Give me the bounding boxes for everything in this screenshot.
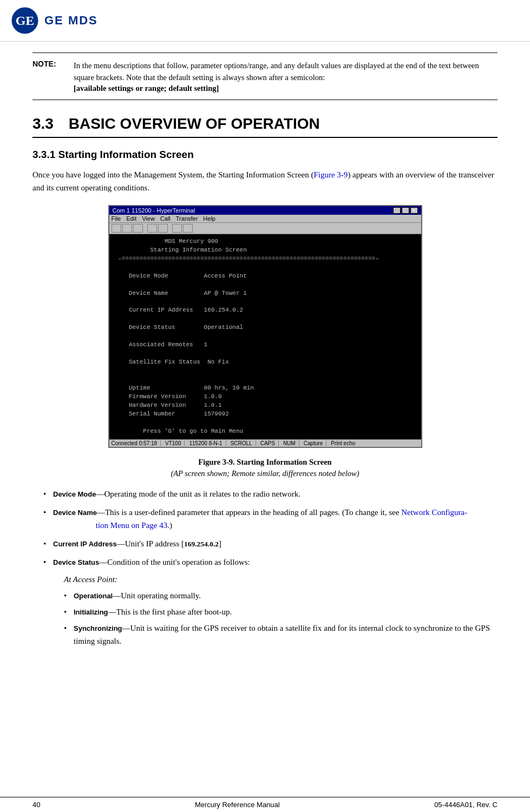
close-button[interactable]: ✕ — [410, 207, 418, 214]
status-num: NUM — [283, 440, 299, 446]
terminal-statusbar: Connected 0:57:18 VT100 115200 8-N-1 SCR… — [109, 439, 421, 447]
screen-line-5: Device Mode Access Point — [115, 272, 416, 281]
toolbar-receive-icon[interactable] — [183, 224, 193, 233]
text-ip-address: —Unit's IP address [ — [117, 539, 184, 548]
term-ip-address: Current IP Address — [53, 540, 117, 548]
section-number: 3.3 — [32, 115, 54, 132]
menu-file[interactable]: File — [112, 215, 121, 222]
note-bracket: [available settings or range; default se… — [74, 84, 219, 93]
toolbar-send-icon[interactable] — [172, 224, 182, 233]
logo-container: GE GE MDS — [11, 6, 98, 35]
sub-bullet-list: Operational—Unit operating normally. Ini… — [64, 589, 498, 648]
screen-line-10 — [115, 315, 416, 324]
text-device-status: —Condition of the unit's operation as fo… — [99, 558, 250, 566]
text-device-name-end: .) — [167, 521, 172, 530]
terminal-title: Com 1 115200 - HyperTerminal — [113, 207, 195, 214]
terminal-toolbar — [109, 223, 421, 234]
screen-line-1: MDS Mercury 900 — [115, 237, 416, 246]
subsection-title: Starting Information Screen — [58, 149, 194, 160]
screen-line-4 — [115, 263, 416, 272]
bullet-list: Device Mode—Operating mode of the unit a… — [43, 487, 498, 648]
toolbar-save-icon[interactable] — [133, 224, 143, 233]
note-content: In the menu descriptions that follow, pa… — [74, 60, 498, 93]
sub-list-item-initializing: Initializing—This is the first phase aft… — [64, 605, 498, 618]
at-access-point-label: At Access Point: — [64, 573, 498, 586]
term-initializing: Initializing — [74, 608, 108, 616]
screen-line-13: Associated Remotes 1 — [115, 341, 416, 349]
sub-list-item-operational: Operational—Unit operating normally. — [64, 589, 498, 602]
footer-doc-title: Mercury Reference Manual — [195, 801, 280, 809]
subsection-heading: 3.3.1 Starting Information Screen — [32, 149, 498, 161]
body-paragraph: Once you have logged into the Management… — [32, 168, 498, 194]
status-vt100: VT100 — [165, 440, 185, 446]
figure-subtitle: (AP screen shown; Remote similar, differ… — [32, 468, 498, 480]
toolbar-new-icon[interactable] — [112, 224, 121, 233]
text-device-name: —This is a user-defined parameter that a… — [97, 508, 401, 517]
screen-line-15: Satellite Fix Status No Fix — [115, 358, 416, 367]
screen-line-9: Current IP Address 169.254.0.2 — [115, 306, 416, 315]
toolbar-disconnect-icon[interactable] — [158, 224, 168, 233]
footer-page-number: 40 — [32, 801, 40, 809]
screen-line-16 — [115, 367, 416, 375]
screen-line-3: –=======================================… — [115, 255, 416, 263]
term-device-mode: Device Mode — [53, 490, 96, 498]
screen-line-17 — [115, 375, 416, 384]
menu-transfer[interactable]: Transfer — [176, 215, 198, 222]
status-caps: CAPS — [260, 440, 279, 446]
ip-address-value: 169.254.0.2 — [184, 540, 219, 548]
main-content: NOTE: In the menu descriptions that foll… — [0, 42, 530, 675]
menu-help[interactable]: Help — [203, 215, 215, 222]
screen-line-20: Hardware Version 1.0.1 — [115, 401, 416, 410]
status-capture: Capture — [304, 440, 327, 446]
toolbar-dial-icon[interactable] — [147, 224, 157, 233]
list-item-device-status: Device Status—Condition of the unit's op… — [43, 556, 498, 648]
term-device-name: Device Name — [53, 509, 97, 517]
menu-edit[interactable]: Edit — [126, 215, 136, 222]
text-device-mode: —Operating mode of the unit as it relate… — [96, 490, 300, 498]
screen-line-6 — [115, 281, 416, 289]
menu-call[interactable]: Call — [160, 215, 171, 222]
screen-line-23: Press 'G' to go to Main Menu — [115, 427, 416, 436]
section-heading: 3.3 BASIC OVERVIEW OF OPERATION — [32, 115, 498, 138]
figure-link[interactable]: Figure 3-9 — [313, 170, 348, 179]
terminal-titlebar: Com 1 115200 - HyperTerminal _ □ ✕ — [109, 206, 421, 215]
screen-line-21: Serial Number 1579092 — [115, 410, 416, 419]
term-device-status: Device Status — [53, 558, 99, 566]
section-title: BASIC OVERVIEW OF OPERATION — [69, 115, 320, 132]
status-scroll: SCROLL — [231, 440, 256, 446]
ge-logo-icon: GE — [11, 6, 39, 35]
svg-text:GE: GE — [16, 14, 35, 28]
status-connected: Connected 0:57:18 — [112, 440, 161, 446]
toolbar-open-icon[interactable] — [122, 224, 132, 233]
list-item-device-name: Device Name—This is a user-defined param… — [43, 506, 498, 532]
titlebar-buttons: _ □ ✕ — [393, 207, 418, 214]
screen-line-19: Firmware Version 1.0.0 — [115, 393, 416, 401]
screen-line-2: Starting Information Screen — [115, 246, 416, 255]
text-initializing: —This is the first phase after boot-up. — [108, 608, 232, 616]
text-ip-address-bracket-close: ] — [219, 539, 221, 548]
terminal-container: Com 1 115200 - HyperTerminal _ □ ✕ File … — [32, 205, 498, 448]
maximize-button[interactable]: □ — [402, 207, 409, 214]
screen-line-18: Uptime 00 hrs, 10 min — [115, 384, 416, 393]
term-operational: Operational — [74, 592, 113, 600]
page-header: GE GE MDS — [0, 0, 530, 42]
status-print-echo: Print echo — [331, 440, 355, 446]
terminal-menubar: File Edit View Call Transfer Help — [109, 215, 421, 223]
term-synchronizing: Synchronizing — [74, 624, 122, 632]
minimize-button[interactable]: _ — [393, 207, 401, 214]
figure-title: Figure 3-9. Starting Information Screen — [32, 457, 498, 468]
sub-list-item-synchronizing: Synchronizing—Unit is waiting for the GP… — [64, 622, 498, 648]
screen-line-7: Device Name AP @ Tower 1 — [115, 289, 416, 298]
figure-caption: Figure 3-9. Starting Information Screen … — [32, 457, 498, 480]
note-label: NOTE: — [32, 60, 65, 93]
footer-doc-number: 05-4446A01, Rev. C — [434, 801, 498, 809]
note-box: NOTE: In the menu descriptions that foll… — [32, 52, 498, 100]
page-footer: 40 Mercury Reference Manual 05-4446A01, … — [0, 797, 530, 812]
menu-view[interactable]: View — [142, 215, 155, 222]
brand-name: GE MDS — [44, 14, 98, 28]
screen-line-12 — [115, 332, 416, 341]
text-synchronizing: —Unit is waiting for the GPS receiver to… — [74, 624, 490, 645]
terminal-window: Com 1 115200 - HyperTerminal _ □ ✕ File … — [108, 205, 422, 448]
terminal-screen: MDS Mercury 900 Starting Information Scr… — [109, 234, 421, 439]
list-item-ip-address: Current IP Address—Unit's IP address [16… — [43, 537, 498, 550]
